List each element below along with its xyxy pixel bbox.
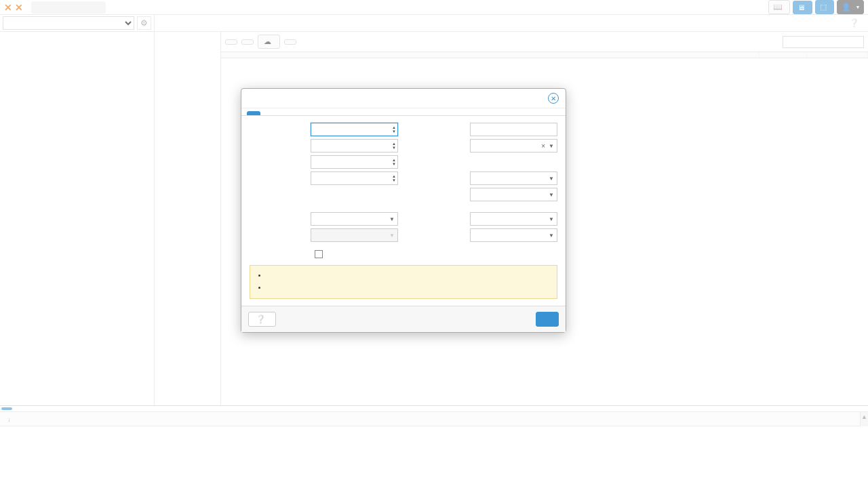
version-select[interactable] xyxy=(470,188,557,201)
memory-input[interactable] xyxy=(311,171,398,185)
spinner-icon[interactable]: ▲▼ xyxy=(392,158,396,166)
create-ct-button[interactable]: ⬚ xyxy=(815,0,834,14)
close-icon[interactable]: ✕ xyxy=(548,93,559,104)
tab-tasks[interactable] xyxy=(1,407,12,410)
book-icon: 📖 xyxy=(773,3,783,12)
gear-icon[interactable]: ⚙ xyxy=(137,16,151,30)
bridge-select[interactable] xyxy=(470,212,557,226)
col-size[interactable] xyxy=(807,52,868,58)
view-selector: ⚙ xyxy=(0,15,154,32)
download-url-button[interactable] xyxy=(241,39,254,45)
user-icon: 👤 xyxy=(842,3,851,12)
total-cores-value xyxy=(470,157,477,167)
help-button[interactable]: ❔ xyxy=(849,18,861,28)
task-header: ↓ xyxy=(0,412,860,426)
toolbar: ☁ xyxy=(221,32,868,52)
help-icon: ❔ xyxy=(256,314,266,324)
os-select[interactable] xyxy=(470,171,557,185)
sidebar: ⚙ xyxy=(0,15,155,405)
task-panel: ↓ ▲ xyxy=(0,405,868,426)
warning-item xyxy=(267,270,550,280)
global-search-input[interactable] xyxy=(31,1,106,14)
live-import-checkbox[interactable] xyxy=(315,250,323,258)
import-storage-select[interactable] xyxy=(470,228,557,242)
spinner-icon[interactable]: ▲▼ xyxy=(392,174,396,182)
col-start[interactable]: ↓ xyxy=(0,412,71,426)
cores-input[interactable] xyxy=(311,155,398,169)
documentation-button[interactable]: 📖 xyxy=(768,0,790,14)
dialog-tabs xyxy=(241,108,566,116)
tab-general[interactable] xyxy=(247,111,260,115)
view-select[interactable] xyxy=(3,16,134,30)
spinner-icon[interactable]: ▲▼ xyxy=(392,142,396,150)
import-dialog: ✕ ▲▼ ▲▼ ×▼ ▲▼ ▲▼ ▼ ▼ ▼ ▼ xyxy=(241,88,566,333)
topbar: ✕ ✕ 📖 🖥 ⬚ 👤▾ xyxy=(0,0,868,15)
task-tabs xyxy=(0,406,868,412)
sub-nav xyxy=(155,32,221,405)
col-name[interactable] xyxy=(221,52,760,58)
breadcrumb: ❔ xyxy=(155,15,868,32)
dialog-import-button[interactable] xyxy=(536,312,559,327)
format-select xyxy=(311,228,398,242)
grid-search-input[interactable] xyxy=(783,36,864,48)
help-icon: ❔ xyxy=(849,18,859,28)
dialog-help-button[interactable]: ❔ xyxy=(248,312,276,327)
tab-advanced[interactable] xyxy=(263,111,277,115)
logo-x-left: ✕ xyxy=(4,2,12,13)
name-input[interactable] xyxy=(470,123,557,136)
col-desc[interactable] xyxy=(256,412,768,426)
monitor-icon: 🖥 xyxy=(797,3,805,12)
logo: ✕ ✕ xyxy=(4,2,27,13)
tab-resulting-config[interactable] xyxy=(279,111,293,115)
cloud-icon: ☁ xyxy=(264,37,271,46)
col-node[interactable] xyxy=(140,412,188,426)
remove-button[interactable] xyxy=(284,39,296,45)
warning-item xyxy=(267,282,550,292)
clear-icon[interactable]: × xyxy=(541,142,545,150)
logo-x-right: ✕ xyxy=(15,2,23,13)
vmid-input[interactable] xyxy=(311,123,398,136)
import-button[interactable]: ☁ xyxy=(258,35,280,49)
sort-desc-icon: ↓ xyxy=(7,416,11,423)
sockets-input[interactable] xyxy=(311,139,398,152)
col-format[interactable] xyxy=(760,52,807,58)
scrollbar[interactable]: ▲ xyxy=(860,412,868,426)
col-user[interactable] xyxy=(188,412,256,426)
user-menu-button[interactable]: 👤▾ xyxy=(837,0,864,14)
cube-icon: ⬚ xyxy=(820,3,827,12)
upload-button[interactable] xyxy=(225,39,237,45)
grid-header xyxy=(221,52,868,58)
spinner-icon[interactable]: ▲▼ xyxy=(392,125,396,134)
warnings-box xyxy=(250,265,557,299)
tab-cluster-log[interactable] xyxy=(14,406,27,411)
scroll-up-icon: ▲ xyxy=(861,412,867,420)
storage-select[interactable] xyxy=(311,212,398,226)
col-end[interactable] xyxy=(71,412,140,426)
resource-tree xyxy=(0,32,154,405)
col-status[interactable] xyxy=(768,412,860,426)
create-vm-button[interactable]: 🖥 xyxy=(793,1,812,14)
